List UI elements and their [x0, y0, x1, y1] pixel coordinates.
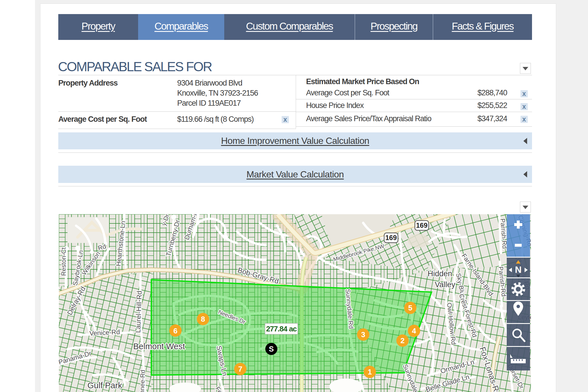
- svg-text:2: 2: [401, 336, 405, 345]
- svg-text:1: 1: [368, 368, 372, 376]
- svg-text:3: 3: [361, 330, 365, 339]
- svg-text:Hidden: Hidden: [428, 269, 452, 278]
- svg-text:Venice-Rd: Venice-Rd: [89, 328, 120, 337]
- svg-text:Reston-Ct: Reston-Ct: [60, 247, 67, 276]
- svg-text:5: 5: [408, 304, 412, 312]
- svg-text:6: 6: [173, 327, 177, 335]
- svg-text:N: N: [515, 264, 521, 275]
- svg-text:7: 7: [238, 365, 242, 373]
- svg-text:277.84 ac: 277.84 ac: [266, 325, 297, 333]
- svg-text:annee-Rd: annee-Rd: [138, 370, 146, 392]
- svg-text:169: 169: [416, 221, 428, 229]
- svg-text:Belmont West: Belmont West: [133, 342, 185, 351]
- svg-text:8: 8: [201, 315, 205, 323]
- svg-text:Gulf Park: Gulf Park: [88, 381, 122, 390]
- svg-text:169: 169: [385, 234, 397, 242]
- svg-text:Laurel-Hill-Rd: Laurel-Hill-Rd: [134, 291, 143, 333]
- svg-text:4: 4: [412, 327, 416, 335]
- svg-text:Valley: Valley: [435, 280, 455, 289]
- svg-text:S: S: [269, 345, 274, 353]
